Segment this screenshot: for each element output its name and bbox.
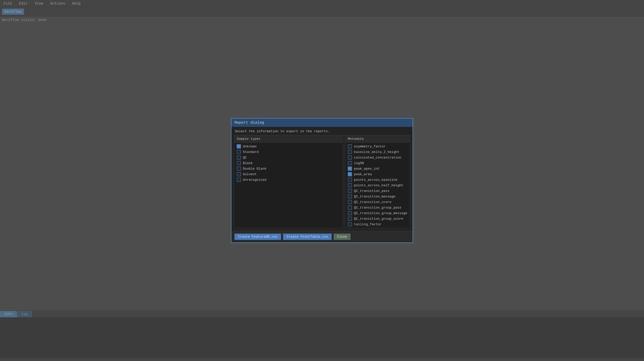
dialog-body: Sample types ✓UnknownStandardQCBlankDoub…	[231, 135, 413, 231]
metadata-item[interactable]: asymmetry_factor	[345, 144, 410, 149]
metadata-label: QC_transition_pass	[354, 189, 389, 193]
sample-type-label: Double Blank	[243, 167, 267, 171]
checkbox[interactable]	[348, 155, 352, 160]
metadata-item[interactable]: QC_transition_group_pass	[345, 205, 410, 210]
metadata-list: asymmetry_factorbaseline_delta_2_heightc…	[345, 143, 410, 228]
checkbox[interactable]	[348, 189, 352, 193]
checkbox[interactable]	[237, 172, 241, 176]
checkbox[interactable]	[348, 183, 352, 187]
sample-type-item[interactable]: Standard	[234, 149, 343, 155]
metadata-item[interactable]: baseline_delta_2_height	[345, 149, 410, 155]
metadata-item[interactable]: points_across_half_height	[345, 183, 410, 188]
metadata-item[interactable]: QC_transition_group_message	[345, 210, 410, 216]
metadata-item[interactable]: ✓peak_area	[345, 171, 410, 177]
sample-type-label: Solvent	[243, 172, 257, 176]
checkbox[interactable]	[348, 150, 352, 154]
metadata-label: QC_transition_score	[354, 200, 391, 204]
metadata-label: points_across_baseline	[354, 178, 397, 182]
metadata-label: QC_transition_group_pass	[354, 206, 401, 210]
dialog-title: Report dialog	[234, 121, 264, 125]
metadata-label: QC_transition_message	[354, 195, 395, 198]
report-dialog: Report dialog Select the information to …	[231, 118, 413, 243]
metadata-item[interactable]: logSN	[345, 160, 410, 166]
checkbox[interactable]	[237, 155, 241, 160]
metadata-item[interactable]: tailing_factor	[345, 221, 410, 227]
dialog-footer: Create FeatureDB.csv Create PivotTable.c…	[231, 231, 413, 242]
create-featuredb-button[interactable]: Create FeatureDB.csv	[234, 234, 281, 240]
metadata-label: peak_area	[354, 172, 372, 176]
metadata-header: Metadata	[345, 136, 410, 143]
checkbox[interactable]	[237, 161, 241, 165]
checkbox[interactable]	[237, 178, 241, 182]
metadata-label: QC_transition_group_score	[354, 217, 403, 221]
sample-types-list: ✓UnknownStandardQCBlankDouble BlankSolve…	[234, 143, 343, 184]
metadata-item[interactable]: QC_transition_score	[345, 199, 410, 205]
metadata-item[interactable]: QC_transition_group_score	[345, 216, 410, 221]
checkbox[interactable]	[348, 206, 352, 210]
sample-type-item[interactable]: ✓Unknown	[234, 144, 343, 149]
sample-type-item[interactable]: Blank	[234, 160, 343, 166]
checkbox[interactable]	[348, 144, 352, 148]
checkbox[interactable]	[348, 217, 352, 221]
checkbox[interactable]	[348, 200, 352, 204]
sample-type-item[interactable]: QC	[234, 155, 343, 160]
modal-backdrop: Report dialog Select the information to …	[0, 0, 644, 361]
metadata-item[interactable]: calculated_concentration	[345, 155, 410, 160]
sample-type-label: Unknown	[243, 145, 257, 148]
checkbox[interactable]	[348, 222, 352, 226]
create-pivottable-button[interactable]: Create PivotTable.csv	[283, 234, 332, 240]
sample-type-label: Standard	[243, 150, 259, 154]
metadata-item[interactable]: QC_transition_message	[345, 194, 410, 199]
checkbox[interactable]: ✓	[237, 144, 241, 148]
metadata-label: baseline_delta_2_height	[354, 150, 399, 154]
metadata-label: logSN	[354, 161, 364, 165]
sample-type-item[interactable]: Double Blank	[234, 166, 343, 171]
metadata-label: peak_apex_int	[354, 167, 379, 171]
metadata-item[interactable]: ✓peak_apex_int	[345, 166, 410, 171]
checkbox[interactable]	[348, 194, 352, 198]
checkbox[interactable]: ✓	[348, 172, 352, 176]
checkbox[interactable]	[348, 178, 352, 182]
checkbox[interactable]	[237, 167, 241, 171]
dialog-titlebar: Report dialog	[231, 119, 413, 127]
checkbox[interactable]: ✓	[348, 167, 352, 171]
metadata-item[interactable]: points_across_baseline	[345, 177, 410, 183]
sample-type-item[interactable]: Unrecognized	[234, 177, 343, 183]
close-button[interactable]: Close	[334, 234, 351, 240]
metadata-label: QC_transition_group_message	[354, 211, 407, 215]
metadata-label: tailing_factor	[354, 222, 381, 226]
metadata-label: calculated_concentration	[354, 156, 401, 160]
checkbox[interactable]	[348, 211, 352, 215]
sample-types-panel: Sample types ✓UnknownStandardQCBlankDoub…	[234, 135, 343, 228]
sample-type-label: Unrecognized	[243, 178, 267, 182]
sample-type-label: Blank	[243, 161, 253, 165]
dialog-subtitle: Select the information to export in the …	[231, 127, 413, 135]
metadata-label: points_across_half_height	[354, 184, 403, 187]
metadata-panel[interactable]: Metadata asymmetry_factorbaseline_delta_…	[345, 135, 410, 228]
sample-type-item[interactable]: Solvent	[234, 171, 343, 177]
dialog-subtitle-text: Select the information to export in the …	[235, 129, 330, 133]
checkbox[interactable]	[237, 150, 241, 154]
checkbox[interactable]	[348, 161, 352, 165]
sample-types-header: Sample types	[234, 136, 343, 143]
sample-type-label: QC	[243, 156, 247, 160]
metadata-item[interactable]: QC_transition_pass	[345, 188, 410, 194]
metadata-label: asymmetry_factor	[354, 145, 385, 148]
